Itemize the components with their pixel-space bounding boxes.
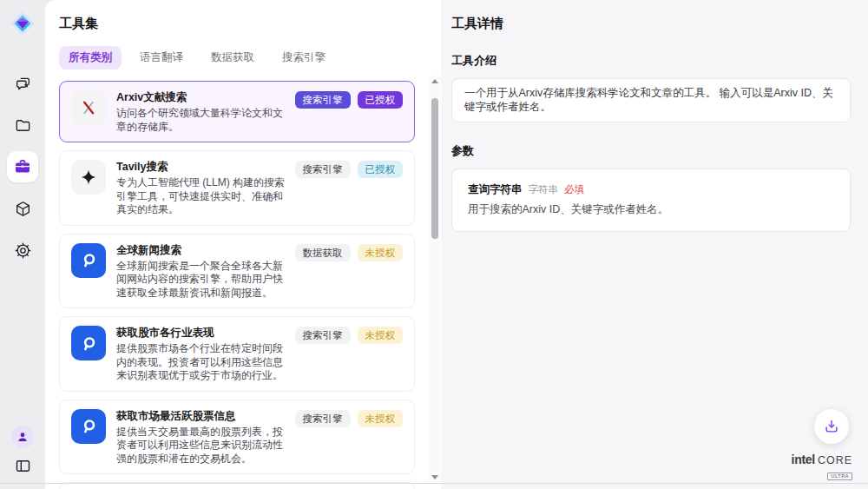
app-window: 工具集 所有类别语言翻译数据获取搜索引擎 Arxiv文献搜索访问各个研究领域大量… bbox=[0, 0, 868, 489]
badge: 已授权 bbox=[358, 91, 404, 109]
window-bottom-divider bbox=[0, 483, 868, 484]
tool-card-title: 全球新闻搜索 bbox=[116, 242, 286, 258]
sidebar-item-chat[interactable] bbox=[7, 68, 38, 99]
badge: 搜索引擎 bbox=[295, 327, 351, 344]
q-blue-icon bbox=[71, 326, 106, 360]
user-avatar[interactable] bbox=[11, 426, 34, 448]
download-button[interactable] bbox=[814, 409, 849, 444]
download-icon bbox=[823, 418, 840, 435]
settings-icon bbox=[14, 241, 32, 260]
tool-card-title: 获取股市各行业表现 bbox=[116, 325, 286, 340]
tool-card-description: 专为人工智能代理 (LLM) 构建的搜索引擎工具，可快速提供实时、准确和真实的结… bbox=[116, 176, 286, 217]
tool-card-description: 提供当天交易量最高的股票列表，投资者可以利用这些信息来识别流动性强的股票和潜在的… bbox=[116, 426, 286, 466]
sidebar-item-toolbox[interactable] bbox=[7, 151, 38, 182]
param-description: 用于搜索的Arxiv ID、关键字或作者姓名。 bbox=[468, 203, 834, 217]
arxiv-icon bbox=[71, 90, 106, 125]
tool-detail-panel: 工具详情 工具介绍 一个用于从Arxiv存储库搜索科学论文和文章的工具。 输入可… bbox=[441, 0, 868, 489]
category-tabs: 所有类别语言翻译数据获取搜索引擎 bbox=[59, 46, 415, 69]
intel-core-logo: intel core ULTRA bbox=[792, 453, 852, 480]
badge: 搜索引擎 bbox=[295, 91, 351, 109]
parameter-item: 查询字符串字符串必填用于搜索的Arxiv ID、关键字或作者姓名。 bbox=[466, 180, 836, 220]
app-logo-icon bbox=[10, 10, 36, 36]
tool-card-description: 提供股票市场各个行业在特定时间段内的表现。投资者可以利用这些信息来识别表现优于或… bbox=[116, 342, 286, 383]
intro-box: 一个用于从Arxiv存储库搜索科学论文和文章的工具。 输入可以是Arxiv ID… bbox=[451, 78, 851, 122]
tool-card-badges: 数据获取未授权 bbox=[295, 244, 404, 261]
param-required-badge: 必填 bbox=[564, 183, 584, 197]
tool-card[interactable]: 全球新闻搜索全球新闻搜索是一个聚合全球各大新闻网站内容的搜索引擎，帮助用户快速获… bbox=[59, 234, 415, 309]
tool-card-badges: 搜索引擎已授权 bbox=[295, 91, 404, 109]
tool-card-title: 获取市场最活跃股票信息 bbox=[116, 408, 286, 424]
scroll-down-button[interactable] bbox=[429, 472, 440, 482]
tab-1[interactable]: 语言翻译 bbox=[130, 46, 193, 69]
tool-card-badges: 搜索引擎已授权 bbox=[295, 161, 404, 178]
sidebar-nav bbox=[7, 68, 38, 266]
param-type: 字符串 bbox=[529, 183, 559, 197]
sidebar-item-settings[interactable] bbox=[7, 235, 38, 266]
tool-card[interactable]: Tavily搜索专为人工智能代理 (LLM) 构建的搜索引擎工具，可快速提供实时… bbox=[59, 150, 415, 226]
tool-card[interactable]: 获取市场最活跃股票信息提供当天交易量最高的股票列表，投资者可以利用这些信息来识别… bbox=[59, 400, 415, 475]
tool-card[interactable]: Arxiv文献搜索访问各个研究领域大量科学论文和文章的存储库。搜索引擎已授权 bbox=[59, 81, 415, 142]
tool-card-description: 全球新闻搜索是一个聚合全球各大新闻网站内容的搜索引擎，帮助用户快速获取全球最新资… bbox=[116, 260, 286, 301]
scroll-up-button[interactable] bbox=[429, 76, 440, 86]
tool-card-badges: 搜索引擎未授权 bbox=[295, 327, 404, 344]
sparkle-icon bbox=[71, 160, 106, 195]
badge: 搜索引擎 bbox=[295, 410, 351, 427]
q-blue-icon bbox=[71, 409, 106, 444]
tab-2[interactable]: 数据获取 bbox=[201, 46, 264, 69]
tool-card-title: Tavily搜索 bbox=[116, 159, 286, 175]
toolbox-panel: 工具集 所有类别语言翻译数据获取搜索引擎 Arxiv文献搜索访问各个研究领域大量… bbox=[45, 0, 441, 489]
badge: 未授权 bbox=[358, 244, 404, 261]
badge: 数据获取 bbox=[295, 244, 351, 261]
badge: 搜索引擎 bbox=[295, 161, 351, 178]
chat-icon bbox=[14, 75, 32, 93]
tool-card-title: Arxiv文献搜索 bbox=[116, 89, 286, 105]
intro-heading: 工具介绍 bbox=[451, 53, 851, 69]
toolbox-icon bbox=[13, 157, 32, 176]
sidebar bbox=[0, 0, 45, 489]
badge: 已授权 bbox=[358, 161, 404, 178]
tool-card-list: Arxiv文献搜索访问各个研究领域大量科学论文和文章的存储库。搜索引擎已授权Ta… bbox=[59, 81, 415, 489]
collapse-sidebar-icon[interactable] bbox=[14, 457, 32, 475]
sidebar-bottom bbox=[11, 426, 34, 475]
brand-ultra-badge: ULTRA bbox=[827, 472, 852, 481]
brand-core-text: core bbox=[818, 455, 852, 466]
sidebar-item-cube[interactable] bbox=[7, 193, 38, 224]
scrollbar[interactable] bbox=[429, 76, 440, 482]
tab-3[interactable]: 搜索引擎 bbox=[273, 46, 335, 69]
brand-intel-text: intel bbox=[792, 453, 815, 466]
params-heading: 参数 bbox=[451, 143, 851, 159]
tool-card-description: 访问各个研究领域大量科学论文和文章的存储库。 bbox=[116, 107, 286, 134]
detail-title: 工具详情 bbox=[451, 16, 851, 32]
tool-card-badges: 搜索引擎未授权 bbox=[295, 410, 404, 427]
cube-icon bbox=[14, 200, 32, 218]
badge: 未授权 bbox=[358, 410, 404, 427]
parameters-box: 查询字符串字符串必填用于搜索的Arxiv ID、关键字或作者姓名。 bbox=[451, 169, 851, 232]
tab-0[interactable]: 所有类别 bbox=[59, 46, 122, 69]
folder-icon bbox=[14, 116, 32, 135]
param-name: 查询字符串 bbox=[468, 183, 523, 197]
q-blue-icon bbox=[71, 243, 106, 278]
page-title: 工具集 bbox=[59, 16, 415, 32]
scrollbar-thumb[interactable] bbox=[431, 98, 438, 239]
sidebar-item-folder[interactable] bbox=[7, 109, 38, 141]
badge: 未授权 bbox=[358, 327, 404, 344]
tool-card[interactable]: 获取股市各行业表现提供股票市场各个行业在特定时间段内的表现。投资者可以利用这些信… bbox=[59, 316, 415, 392]
